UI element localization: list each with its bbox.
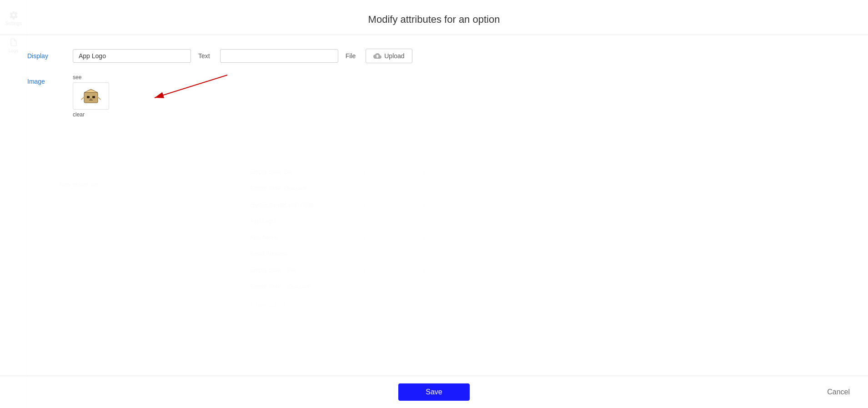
modal-container: Modify attributes for an option Display … bbox=[0, 0, 868, 408]
cancel-button[interactable]: Cancel bbox=[827, 388, 850, 396]
modal-footer: Save Cancel bbox=[0, 376, 868, 408]
modal-header: Modify attributes for an option bbox=[0, 0, 868, 35]
image-thumbnail bbox=[73, 82, 109, 110]
text-label: Text bbox=[198, 52, 210, 60]
image-preview-area: see bbox=[73, 74, 109, 118]
svg-line-7 bbox=[98, 97, 100, 100]
upload-label: Upload bbox=[384, 52, 404, 60]
svg-line-6 bbox=[81, 97, 84, 100]
see-link[interactable]: see bbox=[73, 74, 109, 81]
svg-rect-2 bbox=[87, 96, 90, 98]
upload-button[interactable]: Upload bbox=[366, 49, 412, 63]
form-row-image: Image see bbox=[27, 74, 841, 118]
display-label: Display bbox=[27, 49, 64, 60]
upload-icon bbox=[373, 52, 381, 60]
form-row-display: Display Text File Upload bbox=[27, 49, 841, 63]
svg-rect-0 bbox=[84, 93, 98, 103]
text-input[interactable] bbox=[220, 49, 338, 63]
modal-body: Display Text File Upload Image see bbox=[0, 35, 868, 376]
svg-marker-1 bbox=[84, 89, 98, 93]
display-field-group: Text File Upload bbox=[73, 49, 841, 63]
save-button[interactable]: Save bbox=[398, 383, 469, 401]
modal-title: Modify attributes for an option bbox=[9, 14, 859, 25]
app-logo-image bbox=[80, 85, 102, 107]
file-label: File bbox=[346, 52, 356, 60]
clear-link[interactable]: clear bbox=[73, 111, 109, 118]
image-label: Image bbox=[27, 74, 64, 85]
display-input[interactable] bbox=[73, 49, 191, 63]
svg-rect-3 bbox=[92, 96, 95, 98]
